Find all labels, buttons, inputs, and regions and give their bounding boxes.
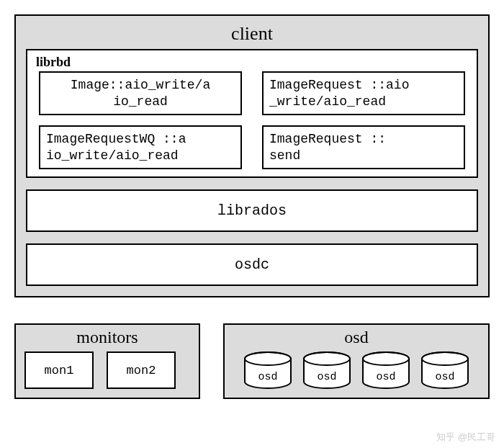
osd-label: osd [420,371,470,383]
osd-cylinder: osd [361,351,411,389]
mon-item: mon1 [24,351,94,389]
osd-label: osd [302,371,352,383]
bottom-row: monitors mon1 mon2 osd osd [14,323,490,399]
osd-title: osd [233,328,480,347]
cylinder-icon [361,351,411,389]
librados-box: librados [26,189,478,232]
osd-label: osd [361,371,411,383]
client-title: client [26,23,478,45]
cylinder-icon [243,351,293,389]
watermark: 知乎 @民工哥 [436,431,495,444]
box-image-aio: Image::aio_write/aio_read [39,71,242,115]
librbd-grid: Image::aio_write/aio_read ImageRequest :… [35,71,469,169]
box-imagerequest-aio: ImageRequest ::aio_write/aio_read [262,71,465,115]
osd-label: osd [243,371,293,383]
osd-cylinder: osd [420,351,470,389]
monitors-row: mon1 mon2 [24,351,190,389]
osd-container: osd osd osd [223,323,490,399]
librbd-container: librbd Image::aio_write/aio_read ImageRe… [26,49,478,178]
librbd-title: librbd [36,55,469,70]
osd-cylinder: osd [302,351,352,389]
cylinder-icon [302,351,352,389]
monitors-container: monitors mon1 mon2 [14,323,200,399]
box-imagerequest-send: ImageRequest ::send [262,125,465,169]
osd-cylinder: osd [243,351,293,389]
cylinder-icon [420,351,470,389]
client-container: client librbd Image::aio_write/aio_read … [14,14,490,297]
box-imagerequestwq-aio: ImageRequestWQ ::aio_write/aio_read [39,125,242,169]
mon-item: mon2 [107,351,176,389]
monitors-title: monitors [24,328,190,347]
osd-row: osd osd osd [233,351,480,389]
osdc-box: osdc [26,243,478,286]
